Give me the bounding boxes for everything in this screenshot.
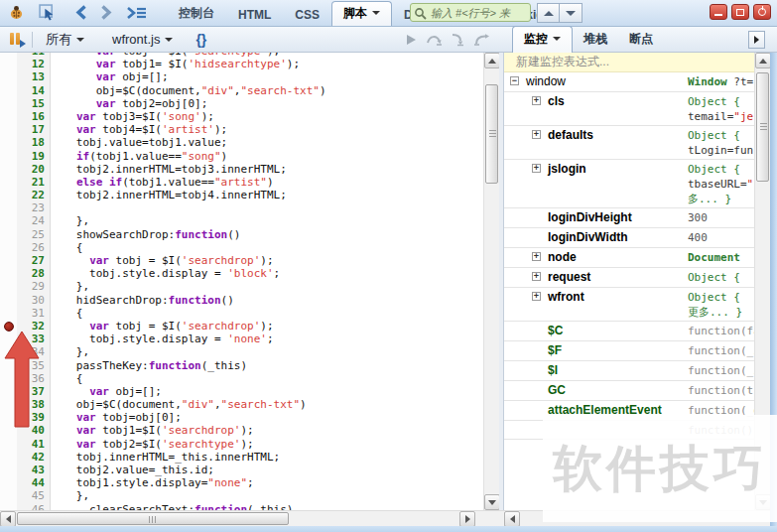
expand-icon[interactable]: + <box>532 96 541 105</box>
line-number[interactable]: 45 <box>17 489 51 502</box>
tab-CSS[interactable]: CSS <box>283 4 331 26</box>
scroll-thumb[interactable] <box>485 84 498 184</box>
line-number[interactable]: 22 <box>17 189 51 201</box>
breakpoint-column[interactable] <box>0 228 17 241</box>
line-number[interactable]: 43 <box>17 464 51 476</box>
scroll-up-button[interactable] <box>755 53 771 68</box>
step-out-button[interactable] <box>470 30 494 49</box>
watch-row-$C[interactable]: $Cfunction(fa <box>504 322 754 341</box>
breakpoint-column[interactable] <box>0 123 17 136</box>
breakpoint-column[interactable] <box>0 489 17 502</box>
breakpoint-column[interactable] <box>0 332 17 345</box>
breakpoint-column[interactable] <box>0 84 17 97</box>
line-number[interactable]: 39 <box>17 411 51 424</box>
line-number[interactable]: 28 <box>17 267 51 280</box>
search-next-button[interactable] <box>560 3 583 23</box>
breakpoint-column[interactable] <box>0 451 17 464</box>
line-number[interactable]: 13 <box>17 70 51 83</box>
line-number[interactable]: 19 <box>17 150 51 163</box>
breakpoint-column[interactable] <box>0 372 17 385</box>
line-number[interactable]: 18 <box>17 136 51 149</box>
breakpoint-column[interactable] <box>0 345 17 358</box>
expand-icon[interactable]: + <box>532 252 541 261</box>
watch-row-$F[interactable]: $Ffunction(_i <box>504 341 754 361</box>
script-file-dropdown[interactable]: wfront.js <box>105 30 180 49</box>
tab-监控[interactable]: 监控 <box>512 26 573 53</box>
line-number[interactable]: 38 <box>17 398 51 411</box>
forward-icon[interactable] <box>93 2 117 24</box>
pretty-print-button[interactable]: {} <box>188 32 214 48</box>
line-number[interactable]: 17 <box>17 123 51 136</box>
breakpoint-column[interactable] <box>0 189 17 201</box>
tab-脚本[interactable]: 脚本 <box>331 1 392 26</box>
step-over-button[interactable] <box>423 30 447 49</box>
breakpoint-column[interactable] <box>0 267 17 280</box>
watch-row-loginDivHeight[interactable]: loginDivHeight300 <box>504 208 754 228</box>
inspect-element-icon[interactable] <box>36 2 60 24</box>
watch-row-node[interactable]: +nodeDocument <box>504 248 754 268</box>
tab-HTML[interactable]: HTML <box>226 4 283 26</box>
command-line-icon[interactable] <box>125 2 149 24</box>
breakpoint-column[interactable] <box>0 307 17 320</box>
firebug-bug-icon[interactable] <box>4 2 28 24</box>
breakpoint-column[interactable] <box>0 464 17 476</box>
line-number[interactable]: 40 <box>17 424 51 437</box>
line-number[interactable]: 20 <box>17 163 51 176</box>
breakpoint-column[interactable] <box>0 438 17 451</box>
expand-icon[interactable]: + <box>532 292 541 301</box>
breakpoint-column[interactable] <box>0 241 17 254</box>
watch-row-window[interactable]: −windowWindow ?t= <box>504 72 754 92</box>
expand-icon[interactable]: + <box>532 164 541 173</box>
line-number[interactable]: 14 <box>17 84 51 97</box>
breakpoint-column[interactable] <box>0 385 17 398</box>
line-number[interactable]: 30 <box>17 294 51 307</box>
watch-row-defaults[interactable]: +defaultsObject {tLogin=fun <box>504 126 754 160</box>
breakpoint-column[interactable] <box>0 254 17 267</box>
breakpoint-column[interactable] <box>0 136 17 149</box>
new-watch-expression[interactable]: 新建监控表达式... <box>504 53 754 72</box>
expand-icon[interactable]: + <box>532 272 541 281</box>
line-number[interactable]: 16 <box>17 110 51 123</box>
watch-row-wfront[interactable]: +wfrontObject {更多... } <box>504 288 754 322</box>
line-number[interactable]: 29 <box>17 280 51 293</box>
line-number[interactable]: 24 <box>17 214 51 227</box>
line-number[interactable]: 26 <box>17 241 51 254</box>
code-hscroll-thumb[interactable] <box>17 512 289 525</box>
watch-scroll-left-button[interactable] <box>504 511 520 527</box>
breakpoint-column[interactable] <box>0 503 17 510</box>
continue-button[interactable] <box>399 30 423 49</box>
line-number[interactable]: 34 <box>17 345 51 358</box>
breakpoint-column[interactable] <box>0 280 17 293</box>
breakpoint-column[interactable] <box>0 476 17 489</box>
line-number[interactable]: 25 <box>17 228 51 241</box>
breakpoint-column[interactable] <box>0 150 17 163</box>
line-number[interactable]: 35 <box>17 359 51 372</box>
line-number[interactable]: 36 <box>17 372 51 385</box>
breakpoint-column[interactable] <box>0 214 17 227</box>
scroll-up-button[interactable] <box>484 53 500 68</box>
line-number[interactable]: 41 <box>17 438 51 451</box>
breakpoint-column[interactable] <box>0 359 17 372</box>
tab-断点[interactable]: 断点 <box>618 27 664 53</box>
search-input[interactable] <box>410 3 531 22</box>
back-icon[interactable] <box>69 2 93 24</box>
panel-options-button[interactable] <box>748 31 765 49</box>
search-prev-button[interactable] <box>537 3 560 23</box>
watch-row-$I[interactable]: $Ifunction(_i <box>504 361 754 381</box>
tab-控制台[interactable]: 控制台 <box>167 1 226 26</box>
watch-row-cls[interactable]: +clsObject {temail="je <box>504 92 754 126</box>
line-number[interactable]: 44 <box>17 476 51 489</box>
line-number[interactable]: 27 <box>17 254 51 267</box>
breakpoint-column[interactable] <box>0 320 17 332</box>
line-number[interactable]: 37 <box>17 385 51 398</box>
breakpoint-column[interactable] <box>0 201 17 214</box>
collapse-icon[interactable]: − <box>510 76 519 85</box>
breakpoint-column[interactable] <box>0 398 17 411</box>
breakpoint-column[interactable] <box>0 176 17 189</box>
step-into-button[interactable] <box>447 30 470 49</box>
power-off-button[interactable] <box>753 4 771 20</box>
breakpoint-column[interactable] <box>0 163 17 176</box>
scroll-right-button[interactable] <box>459 511 475 527</box>
breakpoint-column[interactable] <box>0 97 17 110</box>
line-number[interactable]: 12 <box>17 58 51 70</box>
